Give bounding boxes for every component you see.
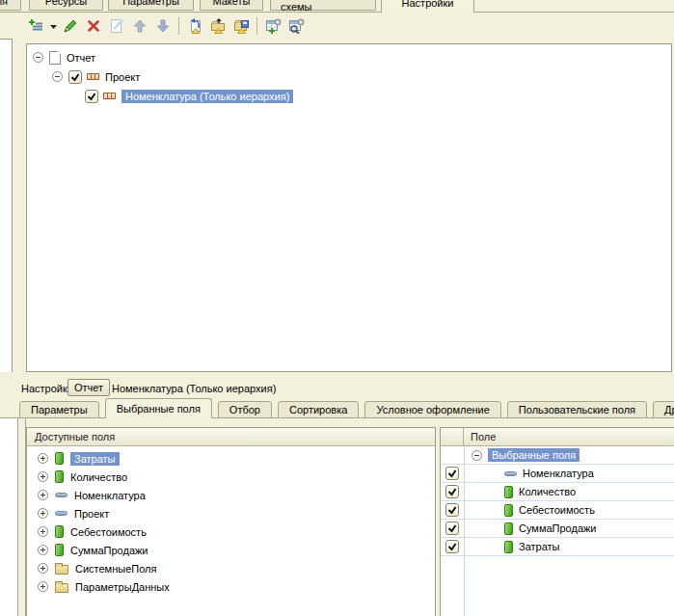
expand-icon[interactable] <box>38 581 48 592</box>
field-label: ПараметрыДанных <box>75 581 170 593</box>
tab-selected-fields[interactable]: Выбранные поля <box>105 398 212 418</box>
field-row-proekt[interactable]: Проект <box>27 504 435 522</box>
settings-bar-current-grouping: Номенклатура (Только иерархия) <box>112 383 276 394</box>
checkbox-checked[interactable] <box>445 467 459 480</box>
edit-pencil-icon <box>63 18 78 34</box>
measure-icon <box>504 486 513 498</box>
tab-templates[interactable]: Макеты <box>200 0 263 11</box>
selected-field-row-summaprodazhi[interactable]: СуммаПродажи <box>441 520 674 538</box>
field-label: Себестоимость <box>70 526 147 538</box>
field-row-kolichestvo[interactable]: Количество <box>27 468 435 486</box>
selected-field-row-nomenklatura[interactable]: Номенклатура <box>441 465 674 483</box>
move-down-icon <box>155 18 171 34</box>
dropdown-arrow-icon <box>50 18 57 34</box>
open-nested-scheme-icon <box>288 18 305 34</box>
report-designer-settings-page: Поля Ресурсы Параметры Макеты Вложенные … <box>0 0 674 616</box>
collapse-icon[interactable] <box>33 52 43 63</box>
tab-settings[interactable]: Настройки <box>381 0 474 13</box>
selected-fields-root-row[interactable]: Выбранные поля <box>441 446 674 465</box>
expand-icon[interactable] <box>38 545 48 555</box>
selected-field-label: СуммаПродажи <box>519 522 597 534</box>
selected-field-label: Номенклатура <box>523 468 594 479</box>
selected-fields-panel: Поле Выбранные поля Номенклатура Количес… <box>440 427 674 616</box>
selected-fields-header-row: Поле <box>441 428 674 446</box>
field-label: СуммаПродажи <box>70 545 148 556</box>
checkbox-checked[interactable] <box>445 503 459 517</box>
open-nested-scheme-button[interactable] <box>285 15 307 37</box>
selected-field-label: Затраты <box>519 541 560 552</box>
checkbox-cell-empty <box>441 446 464 464</box>
field-label: Номенклатура <box>74 490 146 501</box>
selected-field-row-sebestoimost[interactable]: Себестоимость <box>441 501 674 520</box>
add-dropdown-button[interactable] <box>48 15 58 37</box>
tab-sorting[interactable]: Сортировка <box>278 401 359 418</box>
checkbox-checked[interactable] <box>445 540 459 553</box>
selected-fields-root-label: Выбранные поля <box>488 448 580 462</box>
expand-icon[interactable] <box>38 563 48 574</box>
restore-settings-button[interactable] <box>184 15 205 37</box>
edit-variant-button[interactable] <box>106 15 127 37</box>
expand-icon[interactable] <box>38 526 48 537</box>
measure-icon <box>55 452 64 465</box>
delete-x-icon <box>86 18 101 34</box>
field-row-sistemnyepolya[interactable]: СистемныеПоля <box>27 559 435 577</box>
selected-field-label: Себестоимость <box>519 504 595 516</box>
tree-row-project[interactable]: Проект <box>52 67 140 86</box>
tab-resources[interactable]: Ресурсы <box>29 0 103 11</box>
expand-icon[interactable] <box>38 471 48 482</box>
field-row-nomenklatura[interactable]: Номенклатура <box>27 486 435 504</box>
field-label: Проект <box>74 508 109 520</box>
load-settings-icon <box>210 18 227 34</box>
expand-icon[interactable] <box>38 508 48 519</box>
folder-icon <box>55 583 68 593</box>
selected-field-row-zatraty[interactable]: Затраты <box>441 538 674 556</box>
tab-nested-schemes[interactable]: Вложенные схемы <box>270 0 376 11</box>
tab-filter[interactable]: Отбор <box>218 401 272 418</box>
checkbox-column-header <box>441 428 464 445</box>
add-nested-scheme-button[interactable] <box>262 15 283 37</box>
expand-icon[interactable] <box>38 490 48 500</box>
collapse-icon[interactable] <box>52 71 63 82</box>
variant-report-button[interactable]: Отчет <box>67 379 110 396</box>
field-row-summaprodazhi[interactable]: СуммаПродажи <box>27 541 435 559</box>
tab-settings-parameters[interactable]: Параметры <box>19 401 99 418</box>
save-settings-button[interactable] <box>230 15 252 37</box>
tab-parameters[interactable]: Параметры <box>108 0 194 11</box>
expand-icon[interactable] <box>38 453 48 464</box>
bottom-left-edge <box>0 418 17 616</box>
field-row-sebestoimost[interactable]: Себестоимость <box>27 522 435 541</box>
field-row-parametrydannyh[interactable]: ПараметрыДанных <box>27 577 435 596</box>
tree-row-label: Отчет <box>67 52 95 64</box>
checkbox-checked[interactable] <box>445 522 459 535</box>
tab-strip-divider <box>0 12 674 13</box>
tree-row-label: Проект <box>105 71 140 83</box>
checkbox-checked[interactable] <box>68 70 82 84</box>
move-up-icon <box>132 18 148 34</box>
add-nested-scheme-icon <box>265 18 282 34</box>
edit-button[interactable] <box>60 15 81 37</box>
tab-conditional-appearance[interactable]: Условное оформление <box>364 401 500 418</box>
add-button[interactable] <box>25 15 46 37</box>
delete-button[interactable] <box>83 15 104 37</box>
field-row-zatraty[interactable]: Затраты <box>27 449 435 468</box>
dimension-icon <box>504 471 517 476</box>
tab-fields[interactable]: Поля <box>0 0 21 11</box>
load-settings-button[interactable] <box>207 15 229 37</box>
settings-tab-strip: Параметры Выбранные поля Отбор Сортировк… <box>0 398 674 418</box>
toolbar-separator <box>256 17 257 35</box>
move-up-button[interactable] <box>129 15 150 37</box>
tab-custom-fields[interactable]: Пользовательские поля <box>507 401 647 418</box>
measure-icon <box>55 544 64 556</box>
selected-field-row-kolichestvo[interactable]: Количество <box>441 483 674 501</box>
checkbox-checked[interactable] <box>445 485 459 498</box>
measure-icon <box>504 522 513 535</box>
available-fields-panel: Доступные поля Затраты Количество Номенк… <box>26 427 436 616</box>
tab-other-settings[interactable]: Другие настройки <box>653 401 674 418</box>
tree-row-nomenclature[interactable]: Номенклатура (Только иерархия) <box>85 87 293 105</box>
tree-row-label-selected: Номенклатура (Только иерархия) <box>121 90 293 103</box>
collapse-icon[interactable] <box>472 450 482 461</box>
move-down-button[interactable] <box>152 15 174 37</box>
checkbox-checked[interactable] <box>85 90 98 103</box>
tree-row-report[interactable]: Отчет <box>33 48 95 67</box>
restore-settings-icon <box>187 18 203 34</box>
